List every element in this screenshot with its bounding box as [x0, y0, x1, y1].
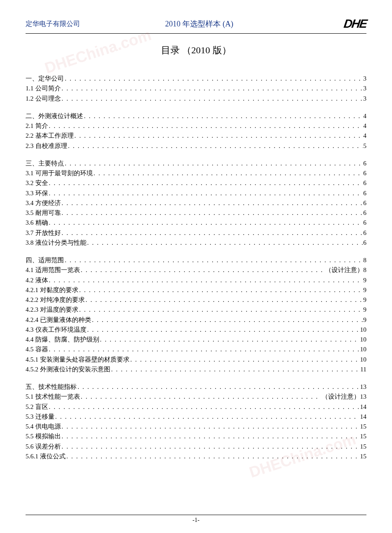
- toc-entry-page: 4: [363, 121, 367, 131]
- toc-row: 4.2.3 对温度的要求9: [26, 305, 366, 315]
- document-page: 定华电子有限公司 2010 年选型样本 (A) DHE 目录 （2010 版） …: [0, 0, 392, 482]
- toc-leader-dots: [87, 238, 363, 248]
- toc-row: 3.1 可用于最苛刻的环境6: [26, 168, 366, 178]
- toc-leader-dots: [49, 402, 360, 412]
- toc-entry-label: 3.8 液位计分类与性能: [26, 238, 86, 248]
- toc-leader-dots: [62, 84, 363, 93]
- toc-entry-page: 5: [363, 141, 367, 151]
- toc-row: 3.2 安全6: [26, 178, 366, 188]
- toc-row: 4.3 仪表工作环境温度10: [26, 325, 366, 335]
- toc-row: 2.3 自校准原理5: [26, 141, 366, 151]
- toc-entry-page: 6: [363, 238, 367, 248]
- toc-leader-dots: [100, 335, 360, 345]
- toc-entry-note: （设计注意）: [322, 392, 360, 402]
- toc-entry-page: 6: [363, 168, 367, 178]
- toc-entry-label: 二、外测液位计概述: [26, 111, 83, 121]
- footer-divider: [26, 515, 366, 515]
- toc-entry-label: 4.2.1 对黏度的要求: [26, 285, 78, 295]
- toc-entry-page: 6: [363, 218, 367, 228]
- toc-row: 4.5.1 安装测量头处容器壁的材质要求10: [26, 355, 366, 365]
- toc-row: 5.2 盲区14: [26, 402, 366, 412]
- toc-leader-dots: [55, 412, 360, 422]
- toc-entry-page: 6: [363, 228, 367, 238]
- toc-leader-dots: [62, 442, 360, 452]
- toc-leader-dots: [94, 168, 363, 178]
- toc-entry-page: 13: [360, 382, 366, 392]
- page-header: 定华电子有限公司 2010 年选型样本 (A) DHE: [26, 17, 366, 31]
- toc-leader-dots: [87, 325, 360, 335]
- toc-leader-dots: [49, 178, 363, 188]
- toc-entry-label: 5.3 迁移量: [26, 412, 55, 422]
- toc-entry-label: 4.2.2 对纯净度的要求: [26, 295, 85, 305]
- toc-section: 一、定华公司31.1 公司简介31.2 公司理念3: [26, 74, 366, 104]
- toc-leader-dots: [62, 198, 363, 208]
- toc-row: 4.2 液体9: [26, 275, 366, 285]
- toc-leader-dots: [86, 295, 363, 305]
- toc-entry-label: 5.5 模拟输出: [26, 432, 61, 441]
- toc-row: 四、适用范围8: [26, 255, 366, 265]
- toc-entry-page: 15: [360, 432, 366, 441]
- document-title: 2010 年选型样本 (A): [55, 19, 344, 29]
- toc-entry-label: 4.2 液体: [26, 275, 48, 285]
- toc-entry-label: 2.3 自校准原理: [26, 141, 67, 151]
- toc-leader-dots: [62, 432, 360, 441]
- toc-entry-label: 一、定华公司: [26, 74, 64, 84]
- toc-entry-page: 6: [363, 188, 367, 198]
- toc-row: 4.5 容器10: [26, 345, 366, 354]
- toc-leader-dots: [79, 285, 363, 295]
- toc-entry-page: 3: [363, 84, 367, 93]
- toc-row: 2.1 简介4: [26, 121, 366, 131]
- toc-entry-label: 4.2.4 已测量液体的种类: [26, 315, 91, 325]
- toc-section: 四、适用范围84.1 适用范围一览表（设计注意）84.2 液体94.2.1 对黏…: [26, 255, 366, 374]
- toc-section: 二、外测液位计概述42.1 简介42.2 基本工作原理42.3 自校准原理5: [26, 111, 366, 151]
- toc-entry-label: 四、适用范围: [26, 255, 64, 265]
- toc-entry-label: 4.4 防爆、防腐、防护级别: [26, 335, 99, 345]
- toc-row: 1.2 公司理念3: [26, 94, 366, 104]
- toc-leader-dots: [92, 315, 363, 325]
- toc-entry-page: 3: [363, 74, 367, 84]
- toc-entry-label: 4.3 仪表工作环境温度: [26, 325, 86, 335]
- toc-entry-label: 2.2 基本工作原理: [26, 131, 74, 141]
- toc-leader-dots: [79, 305, 363, 315]
- toc-leader-dots: [62, 422, 360, 432]
- toc-leader-dots: [49, 218, 363, 228]
- toc-entry-label: 2.1 简介: [26, 121, 48, 131]
- toc-entry-label: 三、主要特点: [26, 159, 64, 168]
- toc-entry-label: 5.6 误差分析: [26, 442, 61, 452]
- page-number: -1-: [193, 517, 199, 523]
- toc-entry-page: 14: [360, 402, 366, 412]
- toc-entry-label: 5.4 供电电源: [26, 422, 61, 432]
- toc-entry-page: 3: [363, 94, 367, 104]
- toc-entry-page: 15: [360, 442, 366, 452]
- toc-entry-label: 3.2 安全: [26, 178, 48, 188]
- toc-entry-page: 15: [360, 422, 366, 432]
- toc-row: 1.1 公司简介3: [26, 84, 366, 93]
- toc-entry-page: 14: [360, 412, 366, 422]
- toc-entry-page: 8: [363, 265, 367, 275]
- toc-row: 4.4 防爆、防腐、防护级别10: [26, 335, 366, 345]
- toc-entry-page: 6: [363, 159, 367, 168]
- toc-entry-page: 9: [363, 275, 367, 285]
- toc-entry-page: 9: [363, 295, 367, 305]
- toc-entry-page: 9: [363, 305, 367, 315]
- toc-entry-page: 9: [363, 315, 367, 325]
- toc-row: 4.2.1 对黏度的要求9: [26, 285, 366, 295]
- toc-entry-page: 6: [363, 208, 367, 218]
- toc-entry-label: 3.1 可用于最苛刻的环境: [26, 168, 93, 178]
- toc-entry-label: 5.1 技术性能一览表: [26, 392, 80, 402]
- toc-row: 二、外测液位计概述4: [26, 111, 366, 121]
- toc-row: 4.5.2 外测液位计的安装示意图11: [26, 365, 366, 374]
- toc-entry-page: 9: [363, 285, 367, 295]
- toc-row: 4.2.4 已测量液体的种类9: [26, 315, 366, 325]
- toc-row: 五、技术性能指标13: [26, 382, 366, 392]
- brand-logo: DHE: [343, 17, 368, 31]
- toc-entry-label: 1.2 公司理念: [26, 94, 61, 104]
- header-divider: [26, 33, 366, 34]
- toc-row: 3.4 方便经济6: [26, 198, 366, 208]
- toc-entry-label: 5.2 盲区: [26, 402, 48, 412]
- toc-entry-page: 13: [360, 392, 366, 402]
- toc-leader-dots: [111, 365, 360, 374]
- toc-leader-dots: [65, 74, 363, 84]
- toc-leader-dots: [130, 355, 359, 365]
- toc-row: 5.1 技术性能一览表（设计注意）13: [26, 392, 366, 402]
